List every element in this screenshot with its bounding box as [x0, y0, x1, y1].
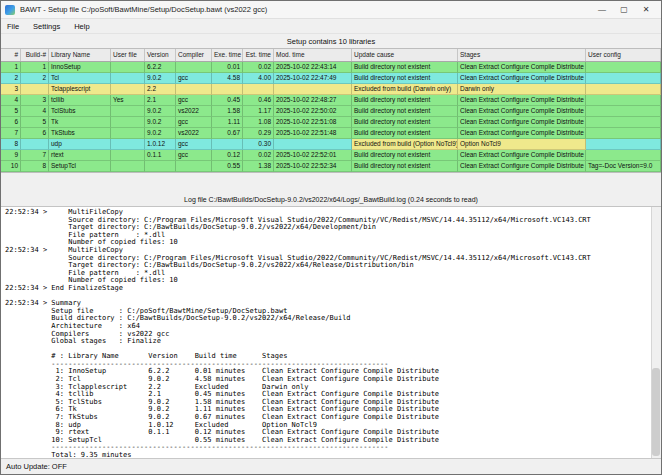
minimize-button[interactable]: —: [591, 1, 613, 18]
cell-exe_time: 0.45: [212, 95, 243, 106]
cell-build: 6: [21, 128, 49, 139]
cell-stages: Clean Extract Configure Compile Distribu…: [458, 62, 586, 73]
cell-compiler: gcc: [176, 73, 212, 84]
maximize-button[interactable]: ▢: [613, 1, 635, 18]
column-header-stages[interactable]: Stages: [458, 49, 586, 61]
log-scrollbar[interactable]: [651, 207, 661, 458]
auto-update-status: Auto Update: OFF: [6, 462, 67, 471]
cell-version: 2.1: [145, 95, 176, 106]
cell-est_time: [243, 84, 274, 95]
cell-num: 2: [1, 73, 21, 84]
cell-user_config: [586, 73, 661, 84]
library-table: #Build-#Library NameUser fileVersionComp…: [1, 48, 661, 173]
cell-update_cause: Excluded from build (Option NoTcl9): [352, 139, 458, 150]
cell-version: 1.0.12: [145, 139, 176, 150]
menu-settings[interactable]: Settings: [33, 22, 60, 31]
table-row-tkstubs[interactable]: 76TkStubs9.0.2vs20220.670.292025-10-02 2…: [1, 128, 661, 139]
column-header-version[interactable]: Version: [145, 49, 176, 61]
cell-num: 1: [1, 62, 21, 73]
cell-name: InnoSetup: [49, 62, 111, 73]
table-row-tcl[interactable]: 22Tcl9.0.2gcc4.584.002025-10-02 22:47:49…: [1, 73, 661, 84]
splitter-gap: [1, 173, 661, 193]
menu-file[interactable]: File: [7, 22, 19, 31]
cell-compiler: [176, 84, 212, 95]
cell-stages: Clean Extract Configure Compile Distribu…: [458, 128, 586, 139]
cell-version: 0.1.1: [145, 150, 176, 161]
cell-mod_time: 2025-10-02 22:52:01: [274, 150, 352, 161]
status-bar: Auto Update: OFF: [1, 458, 661, 474]
cell-stages: Option NoTcl9: [458, 139, 586, 150]
cell-version: 9.0.2: [145, 128, 176, 139]
cell-update_cause: Build directory not existent: [352, 128, 458, 139]
table-row-tclapplescript[interactable]: 3Tclapplescript2.2Excluded from build (D…: [1, 84, 661, 95]
cell-est_time: 0.02: [243, 150, 274, 161]
cell-user_file: [111, 161, 145, 172]
cell-exe_time: [212, 84, 243, 95]
table-body: 11InnoSetup6.2.20.010.022025-10-02 22:43…: [1, 62, 661, 172]
table-row-tk[interactable]: 65Tk9.0.2gcc1.111.082025-10-02 22:51:08B…: [1, 117, 661, 128]
cell-user_config: [586, 62, 661, 73]
cell-est_time: 4.00: [243, 73, 274, 84]
column-header-mod_time[interactable]: Mod. time: [274, 49, 352, 61]
column-header-est_time[interactable]: Est. time: [243, 49, 274, 61]
column-header-compiler[interactable]: Compiler: [176, 49, 212, 61]
cell-compiler: vs2022: [176, 128, 212, 139]
column-header-user_config[interactable]: User config: [586, 49, 661, 61]
column-header-build[interactable]: Build-#: [21, 49, 49, 61]
cell-exe_time: 0.01: [212, 62, 243, 73]
cell-user_file: [111, 128, 145, 139]
cell-est_time: 1.17: [243, 106, 274, 117]
table-row-innosetup[interactable]: 11InnoSetup6.2.20.010.022025-10-02 22:43…: [1, 62, 661, 73]
cell-user_file: [111, 62, 145, 73]
column-header-user_file[interactable]: User file: [111, 49, 145, 61]
cell-compiler: gcc: [176, 95, 212, 106]
cell-compiler: gcc: [176, 117, 212, 128]
cell-name: SetupTcl: [49, 161, 111, 172]
close-button[interactable]: ✕: [635, 1, 657, 18]
cell-name: TclStubs: [49, 106, 111, 117]
cell-est_time: 1.38: [243, 161, 274, 172]
table-row-udp[interactable]: 8udp1.0.12gcc0.30Excluded from build (Op…: [1, 139, 661, 150]
cell-exe_time: [212, 139, 243, 150]
cell-user_config: Tag=-Doc Version=9.0: [586, 161, 661, 172]
cell-compiler: [176, 161, 212, 172]
cell-mod_time: 2025-10-02 22:47:49: [274, 73, 352, 84]
setup-header: Setup contains 10 libraries: [1, 34, 661, 48]
cell-user_file: [111, 73, 145, 84]
menu-help[interactable]: Help: [74, 22, 89, 31]
cell-name: Tclapplescript: [49, 84, 111, 95]
column-header-update_cause[interactable]: Update cause: [352, 49, 458, 61]
column-header-num[interactable]: #: [1, 49, 21, 61]
table-row-setuptcl[interactable]: 108SetupTcl0.551.382025-10-02 22:52:34Bu…: [1, 161, 661, 172]
cell-user_config: [586, 95, 661, 106]
cell-update_cause: Build directory not existent: [352, 62, 458, 73]
cell-compiler: gcc: [176, 150, 212, 161]
cell-exe_time: 1.58: [212, 106, 243, 117]
log-scrollbar-thumb[interactable]: [652, 368, 660, 456]
cell-version: 9.0.2: [145, 73, 176, 84]
cell-build: 2: [21, 73, 49, 84]
cell-num: 3: [1, 84, 21, 95]
table-row-rtext[interactable]: 97rtext0.1.1gcc0.120.022025-10-02 22:52:…: [1, 150, 661, 161]
cell-est_time: 0.46: [243, 95, 274, 106]
cell-update_cause: Build directory not existent: [352, 117, 458, 128]
cell-stages: Clean Extract Configure Compile Distribu…: [458, 73, 586, 84]
column-header-exe_time[interactable]: Exe. time: [212, 49, 243, 61]
cell-version: 9.0.2: [145, 117, 176, 128]
cell-build: 1: [21, 62, 49, 73]
cell-est_time: 0.30: [243, 139, 274, 150]
table-row-tclstubs[interactable]: 54TclStubs9.0.2vs20221.581.172025-10-02 …: [1, 106, 661, 117]
cell-user_config: [586, 150, 661, 161]
column-header-name[interactable]: Library Name: [49, 49, 111, 61]
cell-user_config: [586, 106, 661, 117]
table-row-tcllib[interactable]: 43tcllibYes2.1gcc0.450.462025-10-02 22:4…: [1, 95, 661, 106]
cell-build: 5: [21, 117, 49, 128]
cell-user_file: [111, 84, 145, 95]
cell-stages: Darwin only: [458, 84, 586, 95]
cell-user_file: [111, 139, 145, 150]
cell-update_cause: Build directory not existent: [352, 150, 458, 161]
cell-version: 2.2: [145, 84, 176, 95]
window-title: BAWT - Setup file C:/poSoft/BawtMine/Set…: [20, 5, 586, 14]
cell-exe_time: 4.58: [212, 73, 243, 84]
cell-num: 8: [1, 139, 21, 150]
